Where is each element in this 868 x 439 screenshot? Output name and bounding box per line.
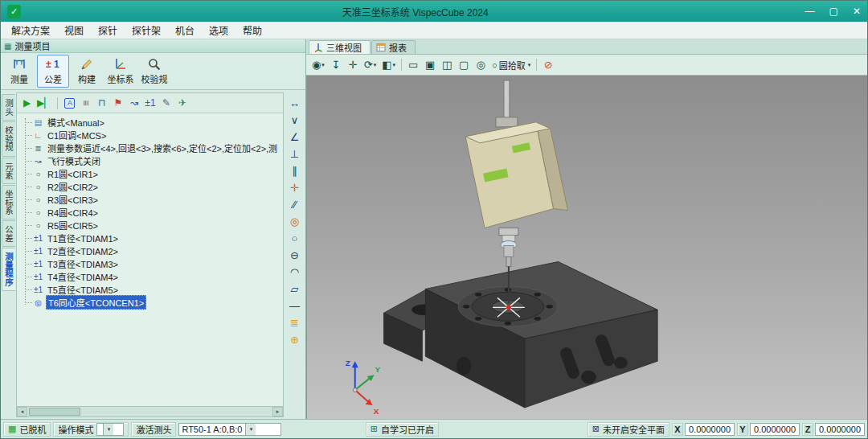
label-display-icon[interactable]: ▣ (423, 57, 437, 73)
flag-icon-button[interactable]: ⚑ (112, 96, 124, 110)
close-button[interactable]: ✕ (853, 6, 861, 17)
line-profile-icon[interactable]: ◠ (286, 264, 304, 281)
clip-plane-icon[interactable]: ◫ (440, 57, 454, 73)
scrollbar-track[interactable] (27, 407, 272, 416)
angle-icon[interactable]: ∠ (286, 129, 304, 146)
axes-icon (313, 43, 323, 52)
flatness-icon[interactable]: ▱ (286, 281, 304, 297)
menu-item-1[interactable]: 解决方案 (4, 22, 57, 39)
fit-view-icon[interactable]: ▢ (457, 57, 471, 73)
tree-item-cir5[interactable]: ○R5圆<CIR5> (18, 219, 283, 232)
tree-item-tdiam2[interactable]: ±1T2直径<TDIAM2> (18, 244, 283, 257)
step-run-icon-button[interactable]: ▶▏ (37, 96, 51, 110)
diameter-tolerance-icon: ±1 (33, 285, 43, 294)
perpendicularity-icon[interactable]: ⊥ (286, 146, 304, 162)
emergency-stop-icon[interactable]: ⊘ (541, 57, 555, 73)
side-tab-feature[interactable]: 元素 (2, 158, 15, 184)
side-tab-program[interactable]: 测量程序 (2, 248, 15, 291)
menu-item-3[interactable]: 探针 (91, 22, 125, 39)
chevron-down-icon: ▾ (245, 424, 256, 435)
tree-item-cir3[interactable]: ○R3圆<CIR3> (18, 193, 283, 206)
histogram-icon-button[interactable]: ≡ (80, 96, 92, 110)
axis-label: X (672, 423, 683, 436)
parallelism-icon[interactable]: ∥ (286, 162, 304, 179)
menu-item-6[interactable]: 选项 (202, 22, 235, 39)
tree-item-tdiam1[interactable]: ±1T1直径<TDIAM1> (18, 232, 283, 244)
tree-item-tconcen1[interactable]: ◎T6同心度<TCONCEN1> (18, 296, 283, 309)
tree-item-tdiam5[interactable]: ±1T5直径<TDIAM5> (18, 283, 283, 296)
angularity-icon[interactable]: ∕∕ (286, 196, 304, 213)
view-tab-3d-view[interactable]: 三维视图 (309, 40, 371, 54)
ribbon-tab-label: 坐标系 (108, 72, 134, 85)
caliper-icon-button[interactable]: ⊓ (96, 96, 108, 110)
true-position-icon[interactable]: ⊕ (286, 331, 304, 348)
tree-item-cir2[interactable]: ○R2圆<CIR2> (18, 180, 283, 193)
tree-item-cir1[interactable]: ○R1圆<CIR1> (18, 167, 283, 180)
tolerance-icon-button[interactable]: ±1 (144, 96, 156, 110)
edit-icon-button[interactable]: ✎ (160, 96, 172, 110)
left-body: 测头校验规元素坐标系公差测量程序 ▶▶▏A≡⊓⚑↝±1✎✈ ▤模式<Manual… (1, 90, 305, 419)
side-tab-gauge[interactable]: 校验规 (2, 121, 15, 157)
concentricity-icon[interactable]: ◎ (286, 213, 304, 230)
visibility-icon[interactable]: ◉▾ (310, 57, 326, 73)
pan-icon[interactable]: ✛ (346, 57, 360, 73)
tree-item-flymode[interactable]: ↝飞行模式关闭 (18, 154, 283, 167)
axis-label: Z (802, 423, 813, 436)
probe-pose-icon[interactable]: ↧ (329, 57, 343, 73)
ribbon-tab-gauge[interactable]: 校验规 (138, 55, 170, 88)
tree-item-cir4[interactable]: ○R4圆<CIR4> (18, 206, 283, 219)
navigate-icon-button[interactable]: ✈ (176, 96, 188, 110)
side-tab-probe[interactable]: 测头 (2, 94, 15, 121)
menu-item-4[interactable]: 探针架 (125, 22, 168, 39)
program-icon: A (64, 98, 75, 109)
scroll-left-icon[interactable]: ◂ (17, 407, 27, 416)
coord-z: Z0.0000000 (802, 423, 865, 436)
roundness-icon[interactable]: ○ (286, 230, 304, 247)
menu-item-5[interactable]: 机台 (168, 22, 202, 39)
tree-item-mode[interactable]: ▤模式<Manual> (18, 116, 283, 129)
horizontal-scrollbar[interactable]: ◂ ▸ (17, 406, 283, 416)
operation-mode-select[interactable]: ▾ (96, 423, 124, 436)
symmetry-icon[interactable]: ≣ (286, 314, 304, 331)
zoom-window-icon[interactable]: ▭ (406, 57, 420, 73)
active-probe-select[interactable]: RT50-1 A:0,B:0 ▾ (178, 423, 281, 436)
scroll-right-icon[interactable]: ▸ (272, 407, 283, 416)
rotate-icon[interactable]: ⟳▾ (362, 57, 378, 73)
scrollbar-thumb[interactable] (29, 408, 80, 416)
circle-pick-button[interactable]: ○圆拾取▾ (490, 57, 532, 73)
program-icon-button[interactable]: A (63, 96, 76, 110)
svg-text:1: 1 (54, 59, 59, 70)
tree-item-recall[interactable]: ∟C1回调<MCS> (18, 129, 283, 142)
cylindricity-icon[interactable]: ⊖ (286, 247, 304, 264)
tree-item-tdiam4[interactable]: ±1T4直径<TDIAM4> (18, 270, 283, 283)
ribbon: 测量±1公差构建坐标系校验规 (1, 53, 305, 90)
tree-item-params[interactable]: ≣测量参数逼近<4>,回退<3>,搜索<6>,定位<2>,定位加<2>,测 (18, 142, 283, 154)
tree-item-tdiam3[interactable]: ±1T3直径<TDIAM3> (18, 257, 283, 270)
run-icon-button[interactable]: ▶ (21, 96, 33, 110)
ribbon-tab-coordinate-system[interactable]: 坐标系 (104, 55, 137, 88)
offline-label: 已脱机 (19, 423, 46, 436)
iso-view-icon[interactable]: ◧▾ (380, 57, 397, 73)
target-icon[interactable]: ◎ (473, 57, 488, 73)
view-tab-bar: 三维视图报表 (306, 39, 867, 55)
ribbon-tab-construct[interactable]: 构建 (71, 55, 103, 88)
ribbon-tab-measure[interactable]: 测量 (3, 55, 35, 88)
panel-header: ▦ 测量项目 (1, 39, 305, 53)
path-icon-button[interactable]: ↝ (128, 96, 140, 110)
side-tab-coordinate[interactable]: 坐标系 (2, 185, 15, 220)
minimize-button[interactable]: — (805, 6, 815, 17)
menu-item-2[interactable]: 视图 (57, 22, 91, 39)
straightness-icon[interactable]: — (286, 297, 304, 314)
min-max-icon[interactable]: ∨ (286, 112, 304, 129)
tool-button-label: 圆拾取 (499, 59, 526, 72)
position-icon[interactable]: ✛ (286, 179, 304, 196)
ribbon-tab-tolerance[interactable]: ±1公差 (37, 55, 69, 88)
viewport-3d[interactable]: Z Y X (306, 76, 867, 419)
menu-item-7[interactable]: 帮助 (235, 22, 269, 39)
side-tab-tolerance[interactable]: 公差 (2, 220, 15, 247)
distance-icon[interactable]: ↔ (286, 95, 304, 112)
maximize-button[interactable]: ▢ (829, 6, 838, 17)
view-tab-report[interactable]: 报表 (371, 40, 416, 54)
active-probe: 激活测头 (131, 422, 176, 437)
circle-icon: ○ (33, 221, 43, 230)
